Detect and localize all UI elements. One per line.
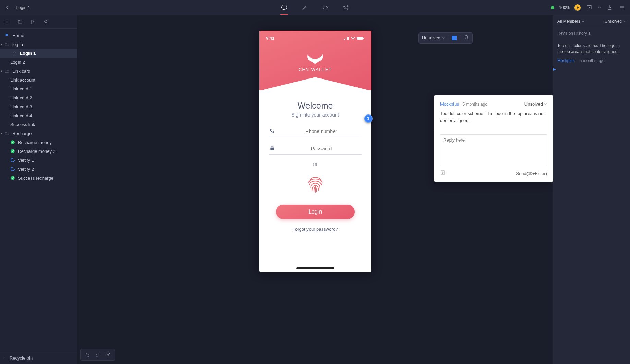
canvas-area[interactable]: Unsolved 9:41 CEN WALLET <box>77 15 553 288</box>
comment-status-bar: Unsolved <box>418 32 473 44</box>
tree-folder-linkcard[interactable]: ▾ Link card <box>0 66 77 75</box>
tree-label: Link card 3 <box>10 104 32 109</box>
tree-page[interactable]: Link card 3 <box>0 102 77 111</box>
mockup-password-input <box>269 145 362 155</box>
tree-page[interactable]: Link account <box>0 75 77 84</box>
play-button[interactable] <box>585 4 593 11</box>
tab-shuffle[interactable] <box>342 1 350 14</box>
tree-label: Recharge money <box>18 140 52 145</box>
phone-mockup: 9:41 CEN WALLET Welcome Sign into your a… <box>259 31 371 272</box>
flag-icon[interactable] <box>29 19 36 25</box>
tree-home[interactable]: Home <box>0 31 77 40</box>
comment-preview-author: Mockplus <box>557 58 575 63</box>
divider <box>448 35 448 41</box>
color-swatch[interactable] <box>452 36 457 40</box>
tree-page-login1[interactable]: Login 1 <box>0 49 77 58</box>
send-hint: Send(⌘+Enter) <box>516 171 547 176</box>
lock-icon <box>269 145 275 152</box>
search-icon[interactable] <box>43 19 49 25</box>
comment-text: Too dull color scheme. The logo in the t… <box>434 110 553 130</box>
tree-page[interactable]: Recharge money <box>0 138 77 147</box>
tree-label: Login 2 <box>10 60 25 65</box>
tree-page[interactable]: Vertify 1 <box>0 156 77 165</box>
mockup-forgot-link: Forgot your password? <box>269 227 362 232</box>
tab-code[interactable] <box>322 1 329 14</box>
chevron-down-icon[interactable] <box>598 4 601 11</box>
tree-label: Success recharge <box>18 175 53 181</box>
mockup-status-icons <box>344 36 364 41</box>
progress-circle-icon <box>10 158 16 162</box>
mockup-brand: CEN WALLET <box>299 67 332 72</box>
mockup-phone-input <box>269 128 362 137</box>
tree-label: Link card 2 <box>10 95 32 100</box>
tree-page[interactable]: Success link <box>0 120 77 129</box>
comment-author[interactable]: Mockplus <box>440 101 459 107</box>
trash-icon[interactable] <box>464 35 469 41</box>
connection-status-icon <box>551 6 554 9</box>
status-dropdown[interactable]: Unsolved <box>422 35 445 40</box>
tree-page-login2[interactable]: Login 2 <box>0 58 77 66</box>
tree-folder-login[interactable]: ▾ log in <box>0 40 77 49</box>
add-icon[interactable] <box>3 19 10 25</box>
status-filter[interactable]: Unsolved <box>605 19 626 24</box>
svg-rect-10 <box>357 37 363 40</box>
tree-page[interactable]: Link card 1 <box>0 84 77 93</box>
svg-point-1 <box>44 20 47 23</box>
mockup-time: 9:41 <box>266 36 275 41</box>
caret-down-icon: ▾ <box>1 132 5 135</box>
tree-label: log in <box>12 42 23 47</box>
tree-page[interactable]: Vertify 2 <box>0 165 77 173</box>
tree-label: Home <box>12 33 24 38</box>
tab-edit[interactable] <box>301 1 308 14</box>
caret-down-icon: ▾ <box>1 69 5 73</box>
comment-time: 5 months ago <box>462 102 487 107</box>
page-tree: Home ▾ log in Login 1 Login 2 ▾ Link car… <box>0 29 77 288</box>
mockup-header: 9:41 CEN WALLET <box>259 31 371 90</box>
tree-label: Vertify 2 <box>18 167 34 172</box>
folder-icon <box>5 69 10 73</box>
tree-label: Success link <box>10 122 35 127</box>
check-circle-icon <box>10 175 16 180</box>
active-marker-icon: ▶ <box>553 60 555 77</box>
revision-heading: Revision History 1 <box>553 27 630 39</box>
comment-list-item[interactable]: Too dull color scheme. The logo in the t… <box>553 39 630 66</box>
comments-panel: All Members Unsolved Revision History 1 … <box>553 15 630 288</box>
tab-comment[interactable] <box>280 1 288 14</box>
phone-input <box>281 129 362 134</box>
svg-rect-12 <box>270 148 274 150</box>
tree-page[interactable]: Recharge money 2 <box>0 147 77 156</box>
comment-status-dropdown[interactable]: Unsolved <box>524 101 547 107</box>
left-sidebar: Home ▾ log in Login 1 Login 2 ▾ Link car… <box>0 15 77 288</box>
reply-input[interactable] <box>440 134 547 165</box>
folder-icon[interactable] <box>16 19 23 25</box>
tree-page[interactable]: Link card 2 <box>0 93 77 102</box>
tree-page[interactable]: Success recharge <box>0 173 77 182</box>
home-outline-icon <box>12 51 18 56</box>
caret-down-icon: ▾ <box>1 43 5 46</box>
comment-preview-text: Too dull color scheme. The logo in the t… <box>557 43 626 55</box>
attach-icon[interactable] <box>440 170 446 177</box>
svg-rect-11 <box>363 38 364 39</box>
add-badge-icon[interactable]: + <box>574 4 581 11</box>
home-indicator <box>296 267 334 269</box>
tree-page[interactable]: Link card 4 <box>0 111 77 120</box>
comment-preview-time: 5 months ago <box>580 58 605 63</box>
check-circle-icon <box>10 149 16 154</box>
zoom-level[interactable]: 100% <box>559 5 570 10</box>
mockup-subtitle: Sign into your account <box>269 112 362 118</box>
tree-label: Vertify 1 <box>18 158 34 163</box>
members-filter[interactable]: All Members <box>557 19 584 24</box>
phone-icon <box>269 128 275 135</box>
back-button[interactable] <box>4 4 11 11</box>
download-button[interactable] <box>606 4 614 11</box>
mockup-or: Or <box>269 162 362 167</box>
check-circle-icon <box>10 140 16 145</box>
divider <box>460 35 460 41</box>
tree-folder-recharge[interactable]: ▾ Recharge <box>0 129 77 138</box>
page-title: Login 1 <box>16 5 31 10</box>
menu-button[interactable] <box>618 4 626 11</box>
comment-pin[interactable]: 1 <box>364 114 373 123</box>
tree-label: Link card <box>12 69 31 74</box>
comment-popup: Mockplus 5 months ago Unsolved Too dull … <box>434 95 553 182</box>
password-input <box>281 146 362 151</box>
